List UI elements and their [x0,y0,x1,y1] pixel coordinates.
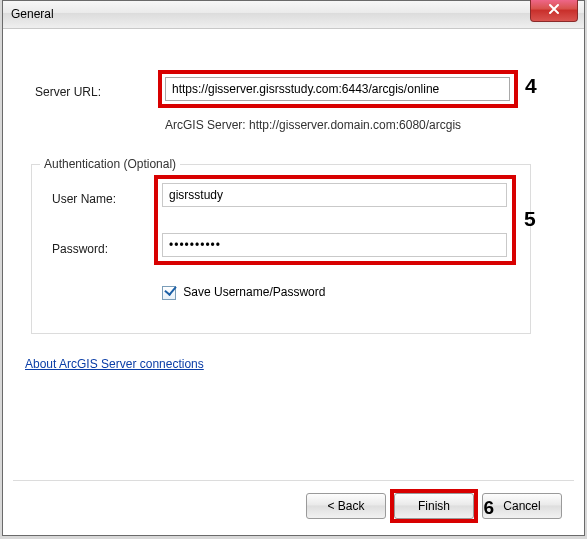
username-label: User Name: [52,192,116,206]
save-credentials-checkbox[interactable]: Save Username/Password [162,285,325,300]
annotation-number-5: 5 [524,207,536,231]
username-input[interactable] [162,183,507,207]
checkbox-icon [162,286,176,300]
server-url-input[interactable] [165,77,510,101]
separator [13,480,574,481]
password-input[interactable] [162,233,507,257]
authentication-legend: Authentication (Optional) [40,157,180,171]
password-label: Password: [52,242,108,256]
dialog-content: Server URL: 4 ArcGIS Server: http://giss… [13,39,574,527]
window-title: General [11,7,54,21]
server-url-hint: ArcGIS Server: http://gisserver.domain.c… [165,118,461,132]
cancel-button[interactable]: Cancel [482,493,562,519]
authentication-group: Authentication (Optional) User Name: Pas… [31,164,531,334]
close-button[interactable] [530,0,578,22]
about-connections-link[interactable]: About ArcGIS Server connections [25,357,204,371]
server-url-label: Server URL: [35,85,101,99]
annotation-number-6: 6 [483,497,494,519]
save-credentials-label: Save Username/Password [183,285,325,299]
button-row: < Back Finish Cancel [306,493,562,519]
close-icon [548,3,560,18]
titlebar: General [3,1,584,29]
dialog-window: General Server URL: 4 ArcGIS Server: htt… [2,0,585,536]
annotation-number-4: 4 [525,74,537,98]
back-button[interactable]: < Back [306,493,386,519]
finish-button[interactable]: Finish [394,493,474,519]
